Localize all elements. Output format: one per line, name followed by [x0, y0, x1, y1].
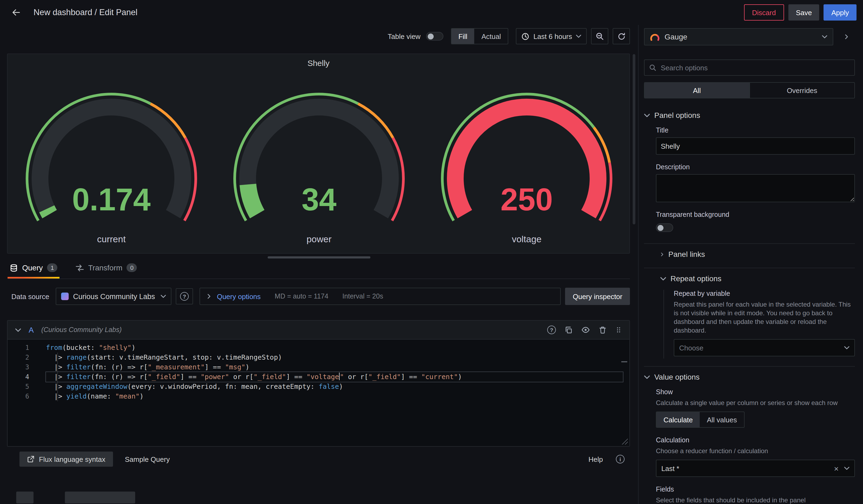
- help-icon[interactable]: ?: [547, 326, 556, 334]
- page-header: New dashboard / Edit Panel Discard Save …: [0, 0, 863, 25]
- table-view-toggle[interactable]: [426, 32, 443, 40]
- chevron-down-icon: [161, 295, 166, 298]
- transform-count-badge: 0: [127, 263, 137, 272]
- value-options-header[interactable]: Value options: [644, 371, 855, 383]
- tab-overrides[interactable]: Overrides: [749, 83, 854, 98]
- gauge-value: 34: [301, 182, 336, 217]
- repeat-options-title: Repeat options: [671, 274, 721, 283]
- tab-transform[interactable]: Transform 0: [74, 261, 139, 278]
- options-search-input[interactable]: [661, 64, 850, 72]
- copy-icon[interactable]: [564, 326, 573, 334]
- calculate-option[interactable]: Calculate: [656, 412, 700, 427]
- panel-description-input[interactable]: [656, 174, 855, 202]
- scrollbar[interactable]: [633, 54, 635, 224]
- gauges-row: 0.174 current 34 power: [8, 89, 629, 245]
- fill-option[interactable]: Fill: [451, 29, 474, 44]
- description-label: Description: [656, 163, 855, 171]
- fields-label: Fields: [656, 486, 855, 493]
- gauge-voltage: 250 voltage: [423, 89, 630, 245]
- repeat-variable-select[interactable]: Choose: [674, 339, 855, 356]
- display-mode-group: Fill Actual: [451, 28, 509, 45]
- transparent-background-toggle[interactable]: [656, 223, 673, 232]
- repeat-options-body: Repeat by variable Repeat this panel for…: [663, 290, 855, 358]
- query-options-row[interactable]: Query options MD = auto = 1174 Interval …: [200, 288, 561, 305]
- chevron-down-icon: [822, 35, 827, 38]
- cutoff-button[interactable]: [65, 492, 135, 503]
- clear-icon[interactable]: ×: [834, 464, 839, 473]
- chevron-down-icon: [576, 35, 581, 38]
- query-transform-tabs: Query 1 Transform 0: [8, 261, 630, 279]
- query-count-badge: 1: [47, 263, 57, 272]
- panel-resize-row: [0, 254, 638, 261]
- code-lines: 1from(bucket: "shelly")2 |> range(start:…: [8, 343, 629, 401]
- datasource-picker[interactable]: Curious Community Labs: [56, 288, 172, 305]
- divider: [644, 243, 855, 244]
- drag-handle-icon[interactable]: [615, 326, 622, 334]
- question-circle-icon: ?: [180, 292, 189, 301]
- tab-query[interactable]: Query 1: [8, 261, 60, 278]
- transform-icon: [76, 264, 84, 272]
- query-inspector-button[interactable]: Query inspector: [565, 288, 630, 305]
- collapse-pane-button[interactable]: [838, 28, 855, 46]
- calculation-description: Choose a reducer function / calculation: [656, 447, 855, 455]
- query-editor-header: A (Curious Community Labs) ?: [8, 321, 629, 340]
- panel-view-toolbar: Table view Fill Actual Last 6 hours: [0, 25, 638, 49]
- query-ref-datasource: (Curious Community Labs): [41, 326, 122, 333]
- collapse-query-icon[interactable]: [15, 328, 21, 332]
- gauge-arc-current: 0.174: [8, 89, 215, 230]
- panel-title: Shelly: [8, 54, 629, 69]
- query-ref-id: A: [29, 326, 34, 334]
- back-button[interactable]: [8, 4, 25, 21]
- panel-resize-handle[interactable]: [268, 256, 371, 259]
- sample-query-button[interactable]: Sample Query: [117, 452, 177, 467]
- divider: [644, 366, 855, 367]
- panel-options-header[interactable]: Panel options: [644, 109, 855, 121]
- tab-transform-label: Transform: [88, 263, 123, 272]
- help-button[interactable]: Help: [589, 455, 603, 463]
- repeat-options-header[interactable]: Repeat options: [660, 273, 855, 285]
- grafana-edit-panel: New dashboard / Edit Panel Discard Save …: [0, 0, 863, 504]
- chevron-right-icon: [660, 251, 664, 257]
- flux-syntax-button[interactable]: Flux language syntax: [20, 452, 113, 467]
- datasource-help-button[interactable]: ?: [176, 288, 193, 304]
- time-range-picker[interactable]: Last 6 hours: [516, 28, 587, 45]
- save-button[interactable]: Save: [788, 4, 820, 21]
- chevron-down-icon: [644, 375, 650, 379]
- eye-icon[interactable]: [581, 326, 590, 334]
- chevron-down-icon: [644, 113, 650, 117]
- overview-ruler-mark: [621, 361, 627, 362]
- gauge-label: power: [215, 234, 423, 245]
- cutoff-buttons-row: [16, 492, 638, 503]
- breadcrumb: New dashboard / Edit Panel: [34, 8, 137, 17]
- chevron-down-icon: [844, 346, 850, 349]
- apply-button[interactable]: Apply: [824, 4, 856, 21]
- cutoff-button[interactable]: [16, 492, 34, 503]
- footer-help: Help i: [589, 455, 625, 464]
- flux-syntax-label: Flux language syntax: [39, 455, 105, 463]
- tab-all[interactable]: All: [645, 83, 749, 98]
- discard-button[interactable]: Discard: [744, 4, 784, 21]
- panel-links-header[interactable]: Panel links: [660, 248, 855, 260]
- calculation-select[interactable]: Last * ×: [656, 459, 855, 477]
- header-actions: Discard Save Apply: [744, 4, 857, 21]
- refresh-button[interactable]: [613, 28, 630, 45]
- panel-title-input[interactable]: [656, 137, 855, 155]
- all-values-option[interactable]: All values: [700, 412, 744, 427]
- calculation-value: Last *: [661, 464, 828, 473]
- gauge-arc-voltage: 250: [423, 89, 630, 230]
- actual-option[interactable]: Actual: [475, 29, 508, 44]
- chevron-down-icon: [844, 467, 850, 470]
- editor-resize-grip[interactable]: [621, 438, 628, 444]
- visualization-picker[interactable]: Gauge: [644, 28, 833, 46]
- chevron-right-icon: [844, 34, 849, 40]
- gauge-label: voltage: [423, 234, 630, 245]
- gauge-label: current: [8, 234, 215, 245]
- code-editor[interactable]: 1from(bucket: "shelly")2 |> range(start:…: [8, 340, 629, 446]
- info-icon[interactable]: i: [616, 455, 625, 464]
- zoom-out-button[interactable]: [591, 28, 608, 45]
- trash-icon[interactable]: [599, 326, 607, 334]
- visualization-name: Gauge: [665, 33, 817, 41]
- datasource-label: Data source: [11, 292, 49, 300]
- datasource-row: Data source Curious Community Labs ? Que…: [11, 288, 630, 305]
- repeat-variable-placeholder: Choose: [679, 344, 839, 352]
